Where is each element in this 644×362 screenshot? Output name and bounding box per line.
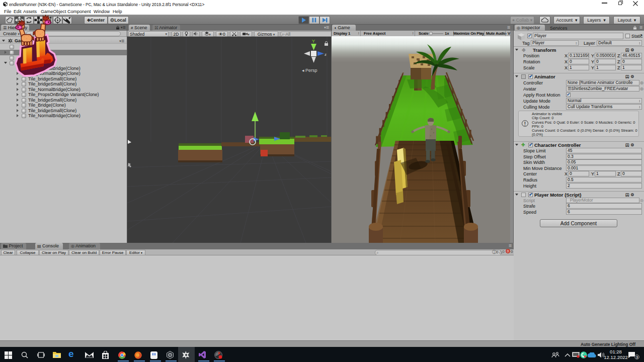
- svg-text:◂ Persp: ◂ Persp: [302, 68, 317, 73]
- svg-text:z: z: [325, 52, 327, 57]
- svg-text:Y: Y: [312, 39, 315, 44]
